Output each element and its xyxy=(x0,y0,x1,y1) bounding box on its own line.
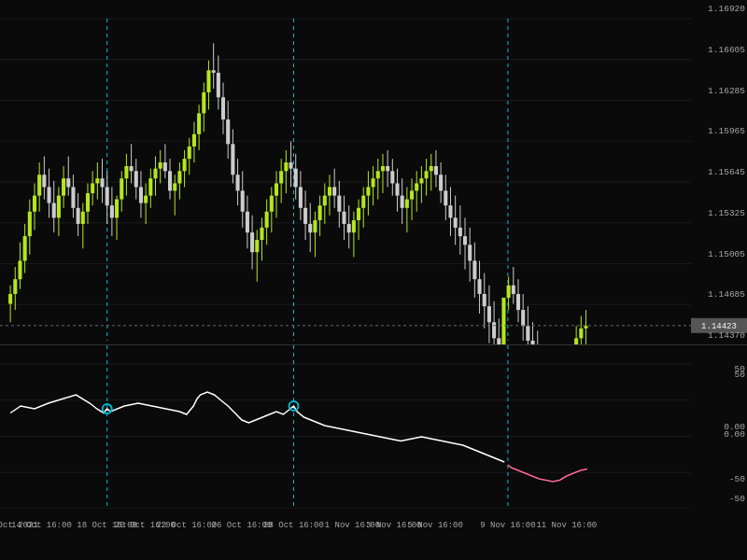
chart-label xyxy=(6,4,11,15)
price-level-1: 1.16605 xyxy=(693,45,745,55)
price-axis: 1.169201.166051.162851.159651.156451.153… xyxy=(691,0,747,344)
chart-container: 1.169201.166051.162851.159651.156451.153… xyxy=(0,0,747,560)
price-level-2: 1.16285 xyxy=(693,86,745,96)
price-level-3: 1.15965 xyxy=(693,126,745,136)
rsi-axis: 500.00-50 xyxy=(710,345,747,509)
price-level-7: 1.14685 xyxy=(693,289,745,300)
price-level-4: 1.15645 xyxy=(693,167,745,177)
main-chart: 1.169201.166051.162851.159651.156451.153… xyxy=(0,0,747,345)
rsi-chart: 500.00-50 xyxy=(0,345,747,509)
rsi-level-2: -50 xyxy=(712,474,745,484)
price-level-8: 1.14370 xyxy=(693,330,745,341)
price-level-0: 1.16920 xyxy=(693,4,745,14)
rsi-level-1: 0.00 xyxy=(712,422,745,432)
price-level-5: 1.15325 xyxy=(693,208,745,218)
price-level-6: 1.15005 xyxy=(693,249,745,259)
x-axis xyxy=(0,509,747,539)
rsi-level-0: 50 xyxy=(712,370,745,380)
